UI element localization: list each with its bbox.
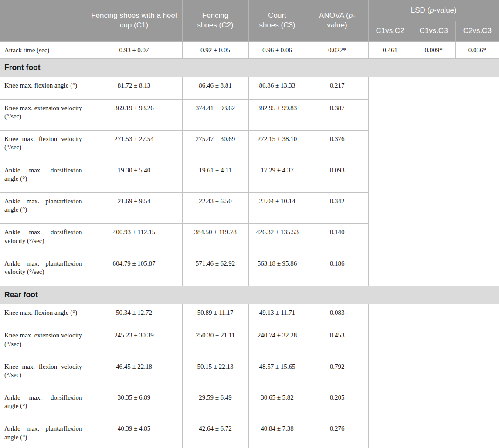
value-cell: 30.65 ± 5.82 [248,389,306,420]
value-cell: 0.342 [306,193,368,224]
table-body: Attack time (sec)0.93 ± 0.070.92 ± 0.050… [0,41,499,448]
value-cell: 0.217 [306,77,368,99]
row-label-cell: Knee max. flexion velocity (°/sec) [0,131,86,162]
corner-header-cell [0,0,86,41]
lsd-empty-cell [368,77,499,286]
value-cell: 0.036* [455,41,499,58]
value-cell: 17.29 ± 4.37 [248,162,306,192]
row-label-cell: Ankle max. dorsiflexion angle (°) [0,162,86,192]
value-cell: 0.205 [306,389,368,420]
section-header-row: Front foot [0,58,499,77]
value-cell: 0.93 ± 0.07 [86,41,182,58]
value-cell: 0.083 [306,304,368,327]
row-label-cell: Knee max. extension velocity (°/sec) [0,327,86,358]
value-cell: 49.13 ± 11.71 [248,304,306,327]
value-cell: 86.46 ± 8.81 [182,77,248,99]
column-header-c2: Fencing shoes (C2) [182,0,248,41]
value-cell: 86.86 ± 13.33 [248,77,306,99]
value-cell: 0.140 [306,224,368,255]
value-cell: 0.376 [306,131,368,162]
value-cell: 0.461 [368,41,412,58]
column-header-c2vsc3: C2vs.C3 [455,21,499,41]
value-cell: 19.30 ± 5.40 [86,162,182,192]
value-cell: 0.387 [306,99,368,130]
row-label-cell: Knee max. extension velocity (°/sec) [0,99,86,130]
table-row: Knee max. flexion angle (°)50.34 ± 12.72… [0,304,499,327]
value-cell: 604.79 ± 105.87 [86,255,182,286]
value-cell: 0.093 [306,162,368,192]
value-cell: 275.47 ± 30.69 [182,131,248,162]
column-header-c3: Court shoes (C3) [248,0,306,41]
value-cell: 42.64 ± 6.72 [182,420,248,448]
value-cell: 245.23 ± 30.39 [86,327,182,358]
value-cell: 30.35 ± 6.89 [86,389,182,420]
value-cell: 21.69 ± 9.54 [86,193,182,224]
value-cell: 563.18 ± 95.86 [248,255,306,286]
column-header-c1: Fencing shoes with a heel cup (C1) [86,0,182,41]
column-header-anova: ANOVA (p-value) [306,0,368,41]
value-cell: 46.45 ± 22.18 [86,358,182,389]
value-cell: 0.276 [306,420,368,448]
value-cell: 384.50 ± 119.78 [182,224,248,255]
value-cell: 426.32 ± 135.53 [248,224,306,255]
section-title: Front foot [0,58,499,77]
row-label-cell: Ankle max. plantarflexion angle (°) [0,193,86,224]
row-label-cell: Attack time (sec) [0,41,86,58]
value-cell: 50.15 ± 22.13 [182,358,248,389]
value-cell: 369.19 ± 93.26 [86,99,182,130]
value-cell: 0.96 ± 0.06 [248,41,306,58]
value-cell: 50.34 ± 12.72 [86,304,182,327]
value-cell: 81.72 ± 8.13 [86,77,182,99]
value-cell: 22.43 ± 6.50 [182,193,248,224]
column-header-lsd: LSD (p-value) [368,0,499,21]
table-row: Knee max. flexion angle (°)81.72 ± 8.138… [0,77,499,99]
value-cell: 400.93 ± 112.15 [86,224,182,255]
column-header-c3-label: Court shoes (C3) [258,11,296,30]
section-title: Rear foot [0,286,499,304]
table-header: Fencing shoes with a heel cup (C1) Fenci… [0,0,499,41]
column-header-c1vsc2: C1vs.C2 [368,21,412,41]
value-cell: 0.022* [306,41,368,58]
row-label-cell: Ankle max. dorsiflexion angle (°) [0,389,86,420]
column-header-c2-label: Fencing shoes (C2) [193,11,238,30]
results-table: Fencing shoes with a heel cup (C1) Fenci… [0,0,499,448]
row-label-cell: Ankle max. dorsiflexion velocity (°/sec) [0,224,86,255]
row-label-cell: Ankle max. plantarflexion angle (°) [0,420,86,448]
column-header-lsd-label: LSD (p-value) [411,6,457,14]
value-cell: 374.41 ± 93.62 [182,99,248,130]
value-cell: 571.46 ± 62.92 [182,255,248,286]
value-cell: 271.53 ± 27.54 [86,131,182,162]
value-cell: 240.74 ± 32.28 [248,327,306,358]
value-cell: 0.009* [412,41,455,58]
lsd-empty-cell [368,304,499,448]
column-header-c1vsc3: C1vs.C3 [412,21,455,41]
table-row: Attack time (sec)0.93 ± 0.070.92 ± 0.050… [0,41,499,58]
value-cell: 250.30 ± 21.11 [182,327,248,358]
row-label-cell: Knee max. flexion angle (°) [0,77,86,99]
value-cell: 48.57 ± 15.65 [248,358,306,389]
value-cell: 0.92 ± 0.05 [182,41,248,58]
value-cell: 272.15 ± 38.10 [248,131,306,162]
row-label-cell: Ankle max. plantarflexion velocity (°/se… [0,255,86,286]
value-cell: 0.186 [306,255,368,286]
value-cell: 0.453 [306,327,368,358]
column-header-c1-label: Fencing shoes with a heel cup (C1) [91,11,177,30]
section-header-row: Rear foot [0,286,499,304]
value-cell: 40.84 ± 7.38 [248,420,306,448]
value-cell: 382.95 ± 99.83 [248,99,306,130]
row-label-cell: Knee max. flexion angle (°) [0,304,86,327]
column-header-anova-label: ANOVA (p-value) [313,11,362,30]
value-cell: 29.59 ± 6.49 [182,389,248,420]
value-cell: 0.792 [306,358,368,389]
value-cell: 40.39 ± 4.85 [86,420,182,448]
header-row-1: Fencing shoes with a heel cup (C1) Fenci… [0,0,499,21]
value-cell: 23.04 ± 10.14 [248,193,306,224]
value-cell: 50.89 ± 11.17 [182,304,248,327]
value-cell: 19.61 ± 4.11 [182,162,248,192]
row-label-cell: Knee max. flexion velocity (°/sec) [0,358,86,389]
